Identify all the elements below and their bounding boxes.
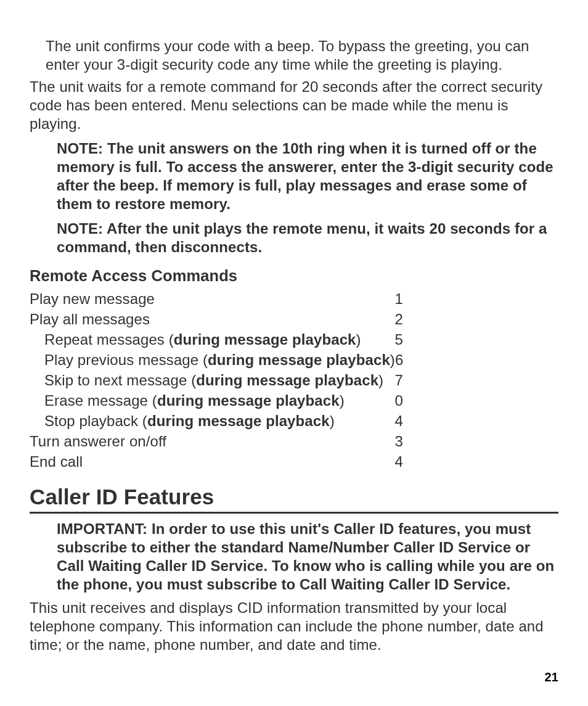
command-label: Play previous message (during message pl… bbox=[44, 351, 395, 369]
command-number: 4 bbox=[381, 412, 403, 430]
command-label: Skip to next message (during message pla… bbox=[44, 371, 383, 390]
intro-paragraph-1: The unit confirms your code with a beep.… bbox=[46, 37, 558, 74]
caller-id-important: IMPORTANT: In order to use this unit's C… bbox=[57, 520, 558, 594]
command-row: Skip to next message (during message pla… bbox=[30, 371, 403, 390]
note-1: NOTE: The unit answers on the 10th ring … bbox=[57, 139, 558, 213]
caller-id-heading: Caller ID Features bbox=[30, 483, 558, 514]
intro-paragraph-2: The unit waits for a remote command for … bbox=[30, 78, 558, 133]
command-label: Stop playback (during message playback) bbox=[44, 412, 335, 430]
command-qualifier: during message playback bbox=[196, 372, 378, 388]
command-qualifier: during message playback bbox=[208, 351, 390, 368]
command-label: Erase message (during message playback) bbox=[44, 392, 345, 410]
command-number: 4 bbox=[381, 453, 403, 471]
command-row: Play new message1 bbox=[30, 290, 403, 308]
command-number: 5 bbox=[381, 330, 403, 349]
page-number: 21 bbox=[545, 670, 558, 685]
command-number: 1 bbox=[381, 290, 403, 308]
note-2: NOTE: After the unit plays the remote me… bbox=[57, 220, 558, 257]
command-row: Play all messages2 bbox=[30, 310, 403, 329]
command-qualifier: during message playback bbox=[147, 413, 330, 429]
remote-access-heading: Remote Access Commands bbox=[30, 266, 558, 286]
command-label: Play all messages bbox=[30, 310, 150, 329]
manual-page: The unit confirms your code with a beep.… bbox=[0, 0, 588, 706]
command-number: 6 bbox=[395, 351, 403, 369]
command-qualifier: during message playback bbox=[174, 331, 356, 348]
command-number: 7 bbox=[383, 371, 403, 390]
command-qualifier: during message playback bbox=[157, 392, 340, 409]
command-label: Turn answerer on/off bbox=[30, 432, 166, 451]
command-label: Repeat messages (during message playback… bbox=[44, 330, 361, 349]
command-row: Repeat messages (during message playback… bbox=[30, 330, 403, 349]
command-label: Play new message bbox=[30, 290, 155, 308]
command-row: End call4 bbox=[30, 453, 403, 471]
command-row: Stop playback (during message playback)4 bbox=[30, 412, 403, 430]
command-row: Turn answerer on/off3 bbox=[30, 432, 403, 451]
command-row: Play previous message (during message pl… bbox=[30, 351, 403, 369]
command-row: Erase message (during message playback)0 bbox=[30, 392, 403, 410]
command-label: End call bbox=[30, 453, 83, 471]
command-number: 0 bbox=[381, 392, 403, 410]
remote-command-list: Play new message1Play all messages2Repea… bbox=[30, 290, 558, 471]
command-number: 2 bbox=[381, 310, 403, 329]
caller-id-body: This unit receives and displays CID info… bbox=[30, 599, 558, 654]
command-number: 3 bbox=[381, 432, 403, 451]
